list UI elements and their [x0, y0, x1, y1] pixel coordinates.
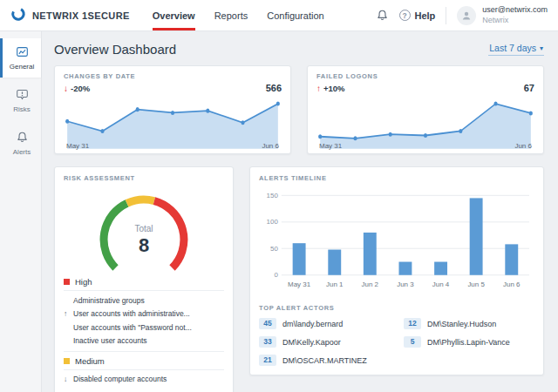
svg-text:Jun 6: Jun 6 [503, 280, 521, 288]
card-title: ALERTS TIMELINE [259, 174, 534, 182]
alert-actor-name: DM\Phyllis.Lapin-Vance [427, 338, 510, 347]
x-end-label: Jun 6 [514, 142, 532, 150]
trend-down-icon: ↓ [64, 84, 68, 93]
help-label: Help [415, 10, 436, 21]
card-title: FAILED LOGONS [316, 72, 534, 80]
risk-metric-label: Disabled computer accounts [73, 375, 167, 383]
top-alert-actors-title: TOP ALERT ACTORS [259, 304, 534, 312]
sidebar-item-general[interactable]: General [0, 38, 41, 78]
notifications-bell-icon[interactable] [376, 9, 389, 22]
x-end-label: Jun 6 [262, 142, 279, 150]
header-right: ? Help user@netwrix.com Netwrix [376, 0, 548, 30]
svg-text:150: 150 [267, 192, 279, 199]
risk-metric-item[interactable]: User accounts with "Password not... [64, 321, 224, 335]
x-axis-labels: May 31 Jun 6 [66, 142, 279, 150]
svg-text:Jun 5: Jun 5 [467, 280, 485, 288]
risk-metric-label: User accounts with "Password not... [73, 323, 192, 332]
chevron-down-icon: ▾ [540, 44, 543, 52]
bottom-cards-row: RISK ASSESSMENT Total8 HighAdministrativ… [54, 166, 544, 392]
risk-gauge: Total8 [64, 184, 224, 273]
sidebar-item-risks[interactable]: Risks [0, 81, 41, 120]
risks-exclamation-icon [16, 88, 29, 103]
sidebar-item-alerts[interactable]: Alerts [0, 124, 41, 163]
risk-metric-item[interactable]: Inactive user accounts [64, 335, 224, 348]
date-range-select[interactable]: Last 7 days ▾ [488, 43, 544, 56]
user-email: user@netwrix.com [482, 5, 548, 15]
layout: GeneralRisksAlerts Overview Dashboard La… [0, 31, 558, 392]
alert-count-badge: 5 [404, 336, 421, 348]
alert-actor-row: 33DM\Kelly.Kapoor [259, 336, 390, 348]
svg-text:8: 8 [139, 234, 149, 256]
risk-metric-label: User accounts with administrative... [73, 309, 190, 318]
svg-text:100: 100 [267, 218, 279, 226]
alerts-bell-icon [16, 131, 29, 145]
trend-row: ↑ +10% 67 [316, 83, 534, 93]
trend-row: ↓ -20% 566 [64, 83, 282, 93]
top-alert-actors: 45dm\landy.bernard33DM\Kelly.Kapoor21DM\… [259, 318, 534, 366]
alert-count-badge: 21 [259, 355, 276, 366]
svg-text:Total: Total [134, 224, 153, 233]
trend-value: +10% [323, 84, 345, 93]
card-title: RISK ASSESSMENT [64, 174, 224, 182]
help-button[interactable]: ? Help [399, 10, 436, 21]
svg-text:Jun 2: Jun 2 [362, 280, 379, 288]
nav-item-configuration[interactable]: Configuration [267, 0, 323, 30]
alert-count-badge: 33 [259, 336, 276, 348]
latest-value: 566 [266, 83, 282, 93]
svg-text:Jun 4: Jun 4 [432, 280, 450, 288]
page-title: Overview Dashboard [54, 42, 176, 57]
alert-actor-name: DM\Stanley.Hudson [427, 320, 496, 328]
alerts-timeline-card: ALERTS TIMELINE 050100150May 31Jun 1Jun … [249, 166, 544, 375]
risk-metric-item[interactable]: ↓Disabled computer accounts [64, 373, 224, 387]
actors-column-2: 12DM\Stanley.Hudson5DM\Phyllis.Lapin-Van… [404, 318, 534, 366]
risk-metric-label: Administrative groups [73, 296, 145, 305]
user-org: Netwrix [482, 16, 548, 25]
alert-actor-name: dm\landy.bernard [282, 320, 343, 328]
x-start-label: May 31 [319, 142, 342, 150]
alert-actor-name: DM\OSCAR.MARTINEZ [282, 356, 367, 365]
sidebar: GeneralRisksAlerts [0, 31, 42, 392]
trend-up-icon: ↑ [64, 309, 67, 319]
risk-level-label: Medium [75, 356, 105, 366]
actors-column-1: 45dm\landy.bernard33DM\Kelly.Kapoor21DM\… [259, 318, 390, 366]
svg-text:Jun 1: Jun 1 [326, 280, 344, 288]
risk-metric-item[interactable]: Administrative groups [64, 294, 224, 308]
risk-level-label: High [75, 277, 92, 287]
alert-count-badge: 12 [404, 318, 421, 329]
main-nav: OverviewReportsConfiguration [153, 0, 324, 30]
netwrix-1secure-app: NETWRIX 1SECURE OverviewReportsConfigura… [0, 0, 558, 392]
x-start-label: May 31 [66, 142, 89, 150]
user-avatar-icon [457, 6, 476, 25]
user-menu[interactable]: user@netwrix.com Netwrix [457, 5, 548, 25]
trend-value: -20% [71, 84, 90, 93]
changes-area-chart: May 31 Jun 6 [64, 95, 282, 150]
latest-value: 67 [524, 83, 534, 93]
alerts-bar-chart: 050100150May 31Jun 1Jun 2Jun 3Jun 4Jun 5… [259, 186, 534, 297]
alert-actor-row: 5DM\Phyllis.Lapin-Vance [404, 336, 534, 348]
alert-actor-row: 12DM\Stanley.Hudson [404, 318, 534, 329]
risk-metric-label: Inactive user accounts [73, 336, 147, 345]
alert-count-badge: 45 [259, 318, 276, 329]
user-info: user@netwrix.com Netwrix [482, 5, 548, 25]
sidebar-item-label: General [10, 63, 34, 71]
page-head: Overview Dashboard Last 7 days ▾ [54, 42, 544, 57]
sidebar-item-label: Risks [13, 105, 31, 113]
risk-assessment-card: RISK ASSESSMENT Total8 HighAdministrativ… [54, 166, 234, 392]
risk-level-medium: Medium [64, 352, 224, 369]
alert-actor-name: DM\Kelly.Kapoor [282, 338, 341, 347]
risk-level-color-swatch [64, 358, 70, 364]
changes-by-date-card: CHANGES BY DATE ↓ -20% 566 May 31 Jun 6 [54, 65, 291, 154]
nav-item-reports[interactable]: Reports [214, 0, 248, 30]
netwrix-logo-icon [10, 6, 26, 25]
nav-item-overview[interactable]: Overview [153, 0, 195, 30]
date-range-label: Last 7 days [489, 43, 536, 53]
question-mark-icon: ? [399, 10, 411, 21]
risk-level-color-swatch [64, 279, 70, 285]
alert-actor-row: 21DM\OSCAR.MARTINEZ [259, 355, 390, 366]
general-dashboard-icon [16, 45, 29, 60]
card-title: CHANGES BY DATE [64, 72, 282, 80]
x-axis-labels: May 31 Jun 6 [319, 142, 532, 150]
svg-text:Jun 3: Jun 3 [397, 280, 414, 288]
risk-metric-item[interactable]: ↑User accounts with administrative... [64, 308, 224, 321]
svg-text:50: 50 [270, 245, 278, 253]
